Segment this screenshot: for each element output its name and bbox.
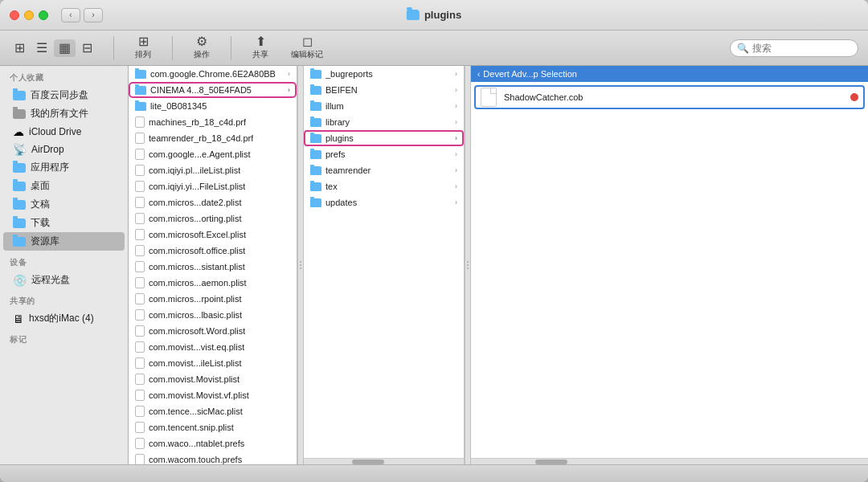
back-button[interactable]: ‹ — [61, 8, 80, 22]
item-label: com.microsoft.Word.plist — [149, 326, 245, 336]
cinema-item[interactable]: CINEMA 4...8_50E4FAD5 › — [129, 82, 297, 98]
section-personal: 个人收藏 — [0, 66, 128, 86]
folder-icon — [13, 182, 26, 191]
close-button[interactable] — [10, 10, 19, 20]
traffic-lights — [10, 10, 48, 20]
list-item[interactable]: teamrender_rb_18_c4d.prf — [129, 130, 297, 146]
sidebar-label-documents: 文稿 — [31, 198, 50, 211]
list-item[interactable]: com.tencent.snip.plist — [129, 419, 297, 435]
list-item[interactable]: com.micros...date2.plist — [129, 194, 297, 210]
scrollbar-thumb[interactable] — [535, 460, 567, 464]
share-button[interactable]: ⬆ 共享 — [248, 33, 273, 63]
shadowcatcher-item[interactable]: ShadowCatcher.cob — [474, 85, 865, 109]
list-item[interactable]: prefs › — [304, 146, 464, 162]
column-view-button[interactable]: ▦ — [54, 39, 76, 57]
arrow-icon: › — [455, 102, 457, 110]
scrollbar-thumb[interactable] — [352, 460, 384, 464]
list-item[interactable]: teamrender › — [304, 162, 464, 178]
search-box[interactable]: 🔍 — [730, 39, 858, 57]
folder-icon — [310, 70, 321, 79]
list-item[interactable]: com.google.Chrome.6E2A80BB › — [129, 66, 297, 82]
sidebar-item-desktop[interactable]: 桌面 — [3, 177, 125, 195]
tags-button[interactable]: ◻ 编辑标记 — [286, 33, 328, 63]
item-label: com.google.Chrome.6E2A80BB — [150, 69, 276, 79]
sidebar-item-remotedisk[interactable]: 💿 远程光盘 — [3, 271, 125, 289]
toolbar: ⊞ ☰ ▦ ⊟ ⊞ 排列 ⚙ 操作 ⬆ 共享 ◻ — [0, 31, 868, 66]
list-item[interactable]: com.micros...rpoint.plist — [129, 291, 297, 307]
list-item[interactable]: com.micros...lbasic.plist — [129, 307, 297, 323]
window-title: plugins — [424, 9, 461, 21]
list-item[interactable]: lite_0B081345 — [129, 98, 297, 114]
arrow-icon: › — [455, 182, 457, 190]
sidebar-item-apps[interactable]: 应用程序 — [3, 158, 125, 177]
list-item[interactable]: com.tence...sicMac.plist — [129, 403, 297, 419]
sidebar-label-desktop: 桌面 — [31, 179, 50, 193]
sidebar-label-downloads: 下载 — [31, 216, 50, 230]
forward-button[interactable]: › — [84, 8, 103, 22]
list-item[interactable]: BEIFEN › — [304, 82, 464, 98]
section-shared: 共享的 — [0, 289, 128, 309]
maximize-button[interactable] — [39, 10, 48, 20]
list-item[interactable]: com.micros...sistant.plist — [129, 259, 297, 275]
titlebar-center: plugins — [407, 9, 461, 21]
file-icon — [135, 422, 145, 433]
arrow-icon: › — [455, 134, 457, 142]
column3-header[interactable]: ‹ Devert Adv...p Selection — [471, 66, 868, 82]
list-item[interactable]: com.microsoft.Word.plist — [129, 323, 297, 339]
sidebar-label-apps: 应用程序 — [31, 161, 69, 174]
list-item[interactable]: tex › — [304, 178, 464, 194]
sidebar-item-allfiles[interactable]: 我的所有文件 — [3, 104, 125, 123]
item-label: BEIFEN — [326, 85, 358, 95]
list-item[interactable]: com.iqiyi.yi...FileList.plist — [129, 178, 297, 194]
list-item[interactable]: _bugreports › — [304, 66, 464, 82]
airdrop-icon: 📡 — [13, 143, 27, 156]
item-label: com.microsoft.office.plist — [149, 246, 245, 255]
list-item[interactable]: com.micros...orting.plist — [129, 210, 297, 227]
list-view-button[interactable]: ☰ — [31, 39, 52, 57]
sidebar-item-library[interactable]: 资源库 — [3, 232, 125, 251]
search-input[interactable] — [752, 43, 851, 54]
list-item[interactable]: com.microsoft.Excel.plist — [129, 227, 297, 243]
file-icon — [135, 438, 145, 449]
sidebar-label-airdrop: AirDrop — [31, 144, 64, 155]
sidebar-item-imac[interactable]: 🖥 hxsd的iMac (4) — [3, 309, 125, 328]
actions-button[interactable]: ⚙ 操作 — [189, 33, 215, 63]
list-item[interactable]: com.google...e.Agent.plist — [129, 146, 297, 162]
column-resize-handle-2[interactable] — [465, 66, 471, 464]
icon-view-button[interactable]: ⊞ — [10, 39, 30, 57]
minimize-button[interactable] — [24, 10, 34, 20]
list-item[interactable]: com.movist...ileList.plist — [129, 355, 297, 371]
header-label: Devert Adv...p Selection — [483, 69, 577, 79]
plugins-item[interactable]: plugins › — [304, 130, 464, 146]
list-item[interactable]: com.movist.Movist.plist — [129, 371, 297, 387]
column-1: com.google.Chrome.6E2A80BB › CINEMA 4...… — [129, 66, 297, 464]
scrollbar-2[interactable] — [304, 458, 464, 464]
list-item[interactable]: machines_rb_18_c4d.prf — [129, 114, 297, 130]
sidebar-item-downloads[interactable]: 下载 — [3, 214, 125, 232]
sidebar-item-icloud[interactable]: ☁ iCloud Drive — [3, 123, 125, 141]
list-item[interactable]: updates › — [304, 194, 464, 210]
sidebar-label-library: 资源库 — [31, 235, 59, 248]
folder-icon — [310, 182, 321, 191]
list-item[interactable]: com.iqiyi.pl...ileList.plist — [129, 162, 297, 178]
sidebar-item-baidu[interactable]: 百度云同步盘 — [3, 86, 125, 104]
list-item[interactable]: com.movist...vist.eq.plist — [129, 339, 297, 355]
list-item[interactable]: com.movist.Movist.vf.plist — [129, 387, 297, 403]
list-item[interactable]: library › — [304, 114, 464, 130]
file-icon — [135, 309, 145, 321]
list-item[interactable]: com.waco...ntablet.prefs — [129, 435, 297, 451]
scrollbar-3[interactable] — [471, 458, 868, 464]
sidebar-item-airdrop[interactable]: 📡 AirDrop — [3, 141, 125, 158]
list-item[interactable]: com.wacom.touch.prefs — [129, 451, 297, 464]
icon-view-icon: ⊞ — [14, 42, 25, 55]
column-2: _bugreports › BEIFEN › illum › library › — [304, 66, 465, 464]
file-icon — [135, 277, 145, 288]
cover-view-button[interactable]: ⊟ — [77, 39, 97, 57]
column-view-icon: ▦ — [59, 42, 71, 55]
sidebar-item-documents[interactable]: 文稿 — [3, 195, 125, 214]
list-item[interactable]: illum › — [304, 98, 464, 114]
column-resize-handle[interactable] — [297, 66, 304, 464]
list-item[interactable]: com.microsoft.office.plist — [129, 243, 297, 259]
arrange-button[interactable]: ⊞ 排列 — [130, 33, 156, 63]
list-item[interactable]: com.micros...aemon.plist — [129, 275, 297, 291]
